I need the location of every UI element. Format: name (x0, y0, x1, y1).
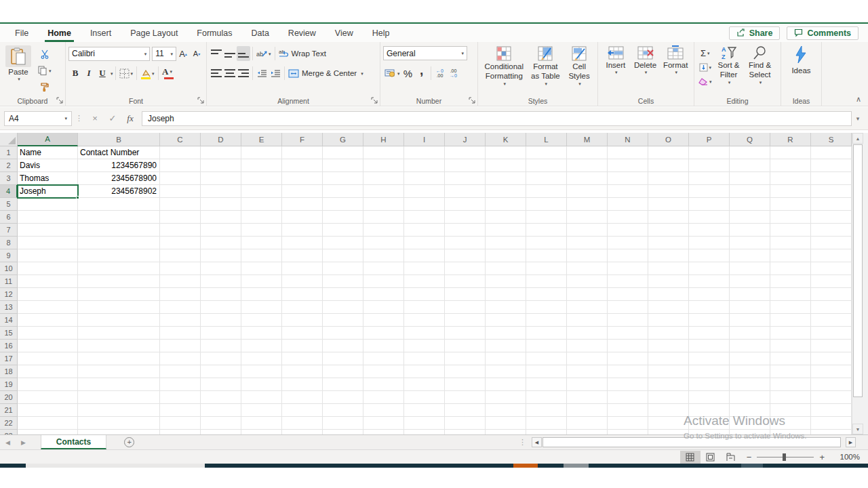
menu-tab-data[interactable]: Data (241, 24, 278, 42)
cell-O21[interactable] (648, 404, 689, 417)
cell-P11[interactable] (689, 275, 730, 288)
cell-H4[interactable] (363, 185, 404, 198)
cell-E4[interactable] (241, 185, 282, 198)
cell-J18[interactable] (445, 365, 486, 378)
fill-dropdown-icon[interactable]: ▾ (709, 65, 712, 70)
cell-G14[interactable] (323, 314, 363, 327)
row-header-10[interactable]: 10 (0, 262, 18, 275)
cell-K23[interactable] (486, 430, 526, 434)
cell-A21[interactable] (18, 404, 78, 417)
cell-P6[interactable] (689, 211, 730, 224)
cell-C18[interactable] (160, 365, 201, 378)
column-header-R[interactable]: R (770, 133, 811, 146)
cell-A12[interactable] (18, 288, 78, 301)
menu-tab-file[interactable]: File (5, 24, 38, 42)
cell-L12[interactable] (526, 288, 567, 301)
cell-J22[interactable] (445, 417, 486, 430)
scroll-up-icon[interactable]: ▲ (852, 133, 863, 144)
cell-N12[interactable] (608, 288, 648, 301)
cell-F10[interactable] (282, 262, 323, 275)
cell-K19[interactable] (486, 378, 526, 391)
cell-K12[interactable] (486, 288, 526, 301)
cell-Q21[interactable] (730, 404, 770, 417)
cell-J15[interactable] (445, 327, 486, 340)
cell-O2[interactable] (648, 159, 689, 172)
cell-C1[interactable] (160, 146, 201, 159)
cell-R10[interactable] (770, 262, 811, 275)
cell-R13[interactable] (770, 301, 811, 314)
cell-M17[interactable] (567, 352, 608, 365)
format-cells-button[interactable]: Format ▾ (660, 45, 691, 95)
formula-input[interactable]: Joseph (142, 111, 852, 126)
zoom-level[interactable]: 100% (830, 453, 860, 461)
cell-N2[interactable] (608, 159, 648, 172)
cell-J7[interactable] (445, 224, 486, 237)
cell-H14[interactable] (363, 314, 404, 327)
cell-L11[interactable] (526, 275, 567, 288)
cell-M2[interactable] (567, 159, 608, 172)
cell-D14[interactable] (201, 314, 241, 327)
cell-P8[interactable] (689, 237, 730, 249)
column-header-N[interactable]: N (608, 133, 648, 146)
cell-L17[interactable] (526, 352, 567, 365)
cell-P7[interactable] (689, 224, 730, 237)
cell-G6[interactable] (323, 211, 363, 224)
column-header-S[interactable]: S (811, 133, 852, 146)
cell-K1[interactable] (486, 146, 526, 159)
cell-C11[interactable] (160, 275, 201, 288)
cell-B16[interactable] (78, 340, 160, 352)
cell-S9[interactable] (811, 249, 852, 262)
normal-view-button[interactable] (680, 451, 701, 464)
cell-C4[interactable] (160, 185, 201, 198)
cell-B5[interactable] (78, 198, 160, 211)
column-header-A[interactable]: A (18, 133, 78, 146)
cell-K6[interactable] (486, 211, 526, 224)
row-header-17[interactable]: 17 (0, 352, 18, 365)
cell-G19[interactable] (323, 378, 363, 391)
cell-K4[interactable] (486, 185, 526, 198)
menu-tab-view[interactable]: View (326, 24, 363, 42)
insert-function-button[interactable]: fx (121, 111, 139, 126)
cell-I10[interactable] (404, 262, 445, 275)
cell-J2[interactable] (445, 159, 486, 172)
cell-H9[interactable] (363, 249, 404, 262)
cell-S23[interactable] (811, 430, 852, 434)
cell-E2[interactable] (241, 159, 282, 172)
fill-color-button[interactable]: ▾ (139, 66, 156, 81)
cell-E11[interactable] (241, 275, 282, 288)
row-header-15[interactable]: 15 (0, 327, 18, 340)
cell-D17[interactable] (201, 352, 241, 365)
add-sheet-button[interactable]: + (124, 437, 134, 447)
cell-H3[interactable] (363, 172, 404, 185)
select-all-corner[interactable] (0, 133, 18, 146)
cell-M23[interactable] (567, 430, 608, 434)
cell-O5[interactable] (648, 198, 689, 211)
cell-I15[interactable] (404, 327, 445, 340)
cell-I5[interactable] (404, 198, 445, 211)
cell-A22[interactable] (18, 417, 78, 430)
accounting-format-button[interactable]: ▾ (383, 66, 401, 81)
cell-P5[interactable] (689, 198, 730, 211)
cell-N16[interactable] (608, 340, 648, 352)
cell-R22[interactable] (770, 417, 811, 430)
cell-Q6[interactable] (730, 211, 770, 224)
cell-H16[interactable] (363, 340, 404, 352)
cell-I1[interactable] (404, 146, 445, 159)
hscroll-right-icon[interactable]: ▶ (846, 437, 856, 447)
cell-D2[interactable] (201, 159, 241, 172)
cell-E13[interactable] (241, 301, 282, 314)
cell-J1[interactable] (445, 146, 486, 159)
cell-K18[interactable] (486, 365, 526, 378)
cell-F19[interactable] (282, 378, 323, 391)
cell-A17[interactable] (18, 352, 78, 365)
cell-S3[interactable] (811, 172, 852, 185)
cell-B13[interactable] (78, 301, 160, 314)
cell-O20[interactable] (648, 391, 689, 404)
cell-S22[interactable] (811, 417, 852, 430)
cell-M1[interactable] (567, 146, 608, 159)
cell-C7[interactable] (160, 224, 201, 237)
increase-decimal-button[interactable]: ←0.00 (433, 66, 447, 81)
cell-G2[interactable] (323, 159, 363, 172)
column-header-L[interactable]: L (526, 133, 567, 146)
cell-G20[interactable] (323, 391, 363, 404)
